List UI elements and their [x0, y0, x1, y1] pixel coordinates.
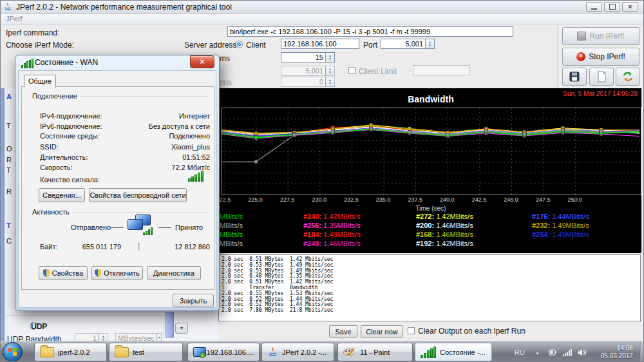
- refresh-button[interactable]: [616, 68, 640, 86]
- sent-label: Отправлено: [71, 224, 111, 231]
- x-tick-label: 227.5: [280, 196, 295, 203]
- close-icon: ×: [200, 57, 204, 66]
- iperf-command-input[interactable]: [227, 26, 513, 37]
- listen-port-value: 5,001: [281, 66, 325, 75]
- start-button[interactable]: [3, 342, 23, 362]
- clear-now-button[interactable]: Clear now: [361, 325, 403, 338]
- screen: JPerf 2.0.2 - Network performance measur…: [0, 0, 644, 362]
- battery-icon[interactable]: [549, 348, 558, 356]
- row-value: Подключено: [169, 132, 210, 140]
- panel-text-fragment: C: [6, 237, 12, 245]
- language-indicator[interactable]: RU: [515, 348, 525, 356]
- taskbar-item-label: test: [133, 348, 144, 356]
- document-icon: [596, 71, 607, 82]
- legend-entry: #176: 1.44MBits/s: [532, 213, 589, 220]
- row-label: Состояние среды:: [40, 132, 100, 140]
- details-label: Сведения...: [43, 191, 80, 199]
- chart-marker: [254, 160, 258, 164]
- x-tick-label: 235.0: [376, 196, 391, 203]
- dialog-close-button[interactable]: ×: [190, 55, 214, 68]
- taskbar-item-paint[interactable]: 11 - Paint: [337, 343, 413, 361]
- signal-bars-icon: [143, 227, 153, 235]
- computer-icon: [128, 219, 143, 230]
- x-tick-label: 250.0: [568, 196, 583, 203]
- taskbar-item-test-folder[interactable]: test: [109, 343, 183, 361]
- x-tick-label: 245.0: [504, 196, 518, 203]
- link-line: [158, 227, 171, 228]
- wifi-signal-icon: [21, 59, 33, 68]
- panel-scrollbar[interactable]: [166, 312, 174, 338]
- dialog-close-action-button[interactable]: Закрыть: [173, 294, 214, 307]
- server-address-input[interactable]: [281, 39, 359, 49]
- volume-icon[interactable]: [577, 348, 587, 357]
- show-hidden-icons-button[interactable]: ▲: [535, 350, 540, 355]
- chart-legend: MBits/sMBits/sMBits/sMBits/s#240: 1.42MB…: [220, 213, 640, 251]
- legend-entry: #256: 1.35MBits/s: [303, 222, 361, 229]
- output-console[interactable]: 2.0 sec 0.51 MBytes 1.42 Mbits/sec2.0 se…: [218, 254, 641, 321]
- minimize-icon: [591, 8, 597, 10]
- taskbar-item-jperf-app[interactable]: JPerf 2.0.2 -...: [261, 343, 334, 361]
- properties-button[interactable]: Свойства: [39, 266, 88, 280]
- show-desktop-button[interactable]: [640, 341, 644, 362]
- network-icon[interactable]: [563, 349, 572, 356]
- save-output-button[interactable]: Save: [329, 325, 357, 338]
- taskbar-item-jperf-folder[interactable]: jperf-2.0.2: [34, 343, 107, 361]
- details-button[interactable]: Сведения...: [39, 188, 85, 202]
- panel-text-fragment: T: [6, 122, 11, 129]
- scroll-down-button[interactable]: ▼: [175, 323, 188, 334]
- listen-port-spinner: 5,001 ▲▼: [281, 66, 335, 76]
- client-limit-checkbox[interactable]: [348, 67, 355, 74]
- tray-time: 14:06: [617, 345, 633, 352]
- save-console-button[interactable]: [562, 68, 587, 86]
- group-divider: [81, 96, 207, 97]
- spinner-arrows-icon[interactable]: ▲▼: [325, 53, 334, 62]
- minimize-button[interactable]: [586, 2, 602, 12]
- diagnostics-label: Диагностика: [153, 269, 194, 277]
- clock[interactable]: 14:06 05.03.2017: [596, 345, 633, 360]
- legend-entry: #200: 1.46MBits/s: [416, 222, 473, 229]
- chart-title: Bandwidth: [408, 94, 454, 104]
- disconnect-button[interactable]: Отключить: [91, 266, 143, 280]
- taskbar-item-label: jperf-2.0.2: [58, 348, 90, 356]
- port-label: Port: [363, 41, 377, 50]
- legend-entry: #264: 1.49MBits/s: [532, 231, 589, 238]
- parallel-streams-spinner[interactable]: 15 ▲▼: [281, 52, 335, 62]
- maximize-button[interactable]: [604, 2, 620, 12]
- paint-icon: [343, 347, 356, 357]
- taskbar-item-wan-status[interactable]: Состояние -...: [415, 343, 492, 361]
- close-button[interactable]: ×: [622, 2, 638, 12]
- app-label: JPerf: [6, 15, 23, 23]
- taskbar-item-remote-desktop[interactable]: 192.168.106....: [187, 343, 260, 361]
- dialog-row: Состояние среды:Подключено: [40, 132, 210, 140]
- connection-group-label: Подключение: [32, 92, 77, 100]
- tab-panel: Подключение IPv4-подключение:Интернет IP…: [21, 86, 214, 290]
- panel-text-fragment: A: [6, 93, 12, 100]
- diagnostics-button[interactable]: Диагностика: [147, 266, 201, 280]
- taskbar-item-label: 192.168.106....: [207, 348, 254, 356]
- row-value: Xiaomi_plus: [171, 143, 210, 151]
- spinner-arrows-icon[interactable]: ▲▼: [425, 39, 434, 48]
- port-value: 5,001: [381, 39, 425, 48]
- legend-entry: #240: 1.42MBits/s: [303, 213, 361, 220]
- chart-marker: [370, 127, 373, 130]
- clear-output-checkbox[interactable]: [408, 327, 415, 334]
- row-value: Интернет: [179, 112, 210, 120]
- chart-marker: [600, 130, 603, 133]
- wireless-properties-button[interactable]: Свойства беспроводной сети: [89, 188, 187, 202]
- refresh-icon: [622, 71, 634, 82]
- panel-text-fragment: T: [6, 166, 11, 174]
- row-label: IPv6-подключение:: [40, 122, 102, 130]
- stop-iperf-button[interactable]: * Stop IPerf!: [562, 48, 639, 66]
- legend-entry: #232: 1.49MBits/s: [532, 222, 589, 229]
- server-address-label: Server address: [184, 41, 236, 50]
- chart-marker: [254, 135, 258, 138]
- wireless-properties-label: Свойства беспроводной сети: [90, 191, 185, 199]
- udp-label: UDP: [31, 322, 47, 331]
- group-divider: [73, 212, 207, 213]
- port-spinner[interactable]: 5,001 ▲▼: [381, 39, 435, 49]
- window-title: JPerf 2.0.2 - Network performance measur…: [16, 3, 232, 12]
- copy-output-button[interactable]: [589, 68, 614, 86]
- legend-entry: #272: 1.42MBits/s: [416, 213, 473, 220]
- chart-canvas: [222, 108, 641, 195]
- tab-general[interactable]: Общие: [24, 75, 56, 88]
